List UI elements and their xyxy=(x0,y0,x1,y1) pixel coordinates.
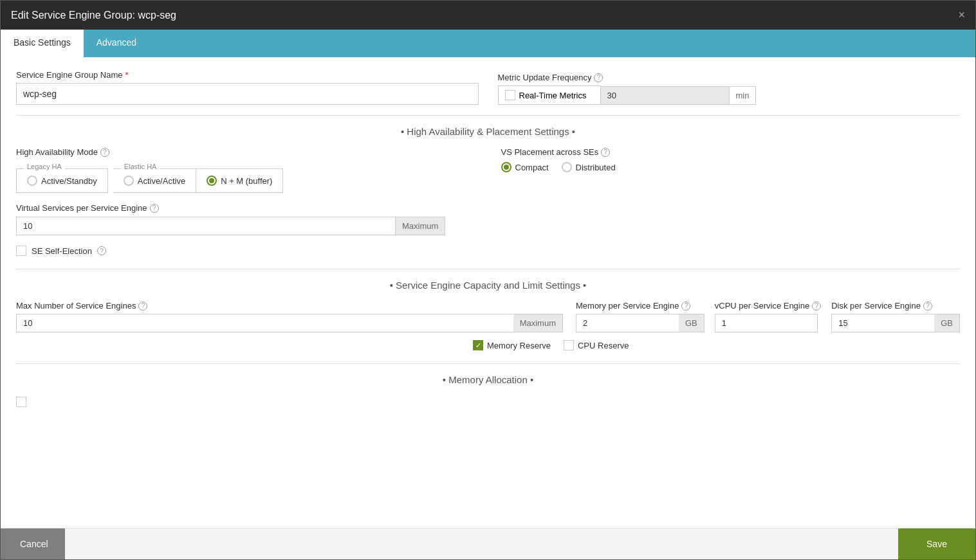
tab-bar: Basic Settings Advanced xyxy=(1,30,975,57)
real-time-metrics-checkbox[interactable] xyxy=(505,90,515,100)
elastic-ha-group: Elastic HA Active/Active N + M (buffer) xyxy=(113,168,284,193)
cancel-button[interactable]: Cancel xyxy=(1,528,65,559)
ha-mode-help-icon: ? xyxy=(100,148,109,157)
vcpu-per-se-group: vCPU per Service Engine ? xyxy=(715,301,821,332)
modal-header: Edit Service Engine Group: wcp-seg × xyxy=(1,1,975,30)
memory-reserve-row: Memory Reserve xyxy=(473,340,551,350)
memory-per-se-input-group: GB xyxy=(576,314,704,332)
reserve-checkboxes: Memory Reserve CPU Reserve xyxy=(473,340,960,350)
vs-per-se-suffix: Maximum xyxy=(396,217,445,235)
vs-per-se-label: Virtual Services per Service Engine ? xyxy=(16,203,960,213)
ha-section: High Availability Mode ? Legacy HA Activ… xyxy=(16,147,960,193)
n-plus-m-option[interactable]: N + M (buffer) xyxy=(196,169,282,192)
modal-body: Service Engine Group Name * Metric Updat… xyxy=(1,57,975,528)
vcpu-per-se-help-icon: ? xyxy=(812,302,821,311)
vs-placement-label: VS Placement across SEs ? xyxy=(501,147,961,157)
metric-frequency-value: 30 xyxy=(601,86,730,105)
memory-alloc-checkbox[interactable] xyxy=(16,397,26,407)
metric-frequency-label: Metric Update Frequency ? xyxy=(498,73,961,82)
divider-3 xyxy=(16,363,960,364)
disk-per-se-help-icon: ? xyxy=(923,302,932,311)
name-metrics-row: Service Engine Group Name * Metric Updat… xyxy=(16,70,960,105)
n-plus-m-radio[interactable] xyxy=(207,176,217,186)
max-ses-help-icon: ? xyxy=(138,302,147,311)
distributed-option[interactable]: Distributed xyxy=(562,162,616,172)
seg-name-input[interactable] xyxy=(16,83,479,105)
se-self-election-help-icon: ? xyxy=(97,246,106,255)
save-button[interactable]: Save xyxy=(898,528,975,559)
max-ses-input-group: Maximum xyxy=(16,314,563,332)
seg-name-group: Service Engine Group Name * xyxy=(16,70,479,105)
ha-mode-label: High Availability Mode ? xyxy=(16,147,475,157)
memory-per-se-help-icon: ? xyxy=(681,302,690,311)
max-ses-suffix: Maximum xyxy=(513,314,563,332)
vs-placement-section: VS Placement across SEs ? Compact Distri… xyxy=(501,147,961,172)
metric-frequency-group: Metric Update Frequency ? Real-Time Metr… xyxy=(498,73,961,105)
memory-allocation-title: • Memory Allocation • xyxy=(16,374,960,385)
active-standby-option[interactable]: Active/Standby xyxy=(17,169,107,192)
se-self-election-checkbox[interactable] xyxy=(16,246,26,256)
active-active-radio[interactable] xyxy=(124,176,134,186)
cpu-reserve-checkbox[interactable] xyxy=(564,340,574,350)
memory-per-se-group: Memory per Service Engine ? GB xyxy=(576,301,704,332)
se-self-election-row: SE Self-Election ? xyxy=(16,246,960,256)
divider-1 xyxy=(16,115,960,116)
divider-2 xyxy=(16,269,960,269)
capacity-right-group: Memory per Service Engine ? GB vCPU per … xyxy=(576,301,960,332)
seg-name-label: Service Engine Group Name * xyxy=(16,70,479,80)
capacity-row: Max Number of Service Engines ? Maximum … xyxy=(16,301,960,332)
cpu-reserve-row: CPU Reserve xyxy=(564,340,629,350)
elastic-ha-options: Active/Active N + M (buffer) xyxy=(113,168,284,193)
memory-per-se-unit: GB xyxy=(679,314,704,332)
compact-option[interactable]: Compact xyxy=(501,162,549,172)
ha-section-title: • High Availability & Placement Settings… xyxy=(16,126,960,137)
memory-per-se-input[interactable] xyxy=(576,314,679,332)
modal-container: Edit Service Engine Group: wcp-seg × Bas… xyxy=(0,0,976,560)
metric-frequency-unit: min xyxy=(730,86,757,105)
metrics-row: Real-Time Metrics 30 min xyxy=(498,86,961,105)
disk-per-se-unit: GB xyxy=(934,314,960,332)
memory-allocation-partial xyxy=(16,395,960,408)
distributed-radio[interactable] xyxy=(562,162,572,172)
ha-mode-section: High Availability Mode ? Legacy HA Activ… xyxy=(16,147,475,193)
vs-placement-help-icon: ? xyxy=(601,148,610,157)
max-ses-group: Max Number of Service Engines ? Maximum xyxy=(16,301,563,332)
tab-advanced[interactable]: Advanced xyxy=(84,30,149,57)
max-ses-input[interactable] xyxy=(16,314,513,332)
legacy-ha-group: Legacy HA Active/Standby xyxy=(16,168,108,193)
disk-per-se-input-group: GB xyxy=(831,314,960,332)
max-ses-label: Max Number of Service Engines ? xyxy=(16,301,563,311)
active-active-option[interactable]: Active/Active xyxy=(113,169,196,192)
required-indicator: * xyxy=(125,70,128,80)
compact-radio[interactable] xyxy=(501,162,511,172)
ha-groups-wrapper: Legacy HA Active/Standby Elastic HA xyxy=(16,168,475,193)
real-time-metrics-checkbox-area[interactable]: Real-Time Metrics xyxy=(498,86,601,105)
active-standby-radio[interactable] xyxy=(27,176,37,186)
modal-title: Edit Service Engine Group: wcp-seg xyxy=(11,10,176,21)
memory-reserve-checkbox[interactable] xyxy=(473,340,483,350)
vs-per-se-input[interactable] xyxy=(16,217,396,235)
elastic-ha-label: Elastic HA xyxy=(121,163,160,170)
legacy-ha-options: Active/Standby xyxy=(16,168,108,193)
legacy-ha-label: Legacy HA xyxy=(24,163,65,170)
vcpu-per-se-label: vCPU per Service Engine ? xyxy=(715,301,821,311)
vs-per-se-help-icon: ? xyxy=(150,204,159,213)
vs-per-se-input-row: Maximum xyxy=(16,217,960,235)
vs-per-se-section: Virtual Services per Service Engine ? Ma… xyxy=(16,203,960,235)
disk-per-se-label: Disk per Service Engine ? xyxy=(831,301,960,311)
vcpu-per-se-input[interactable] xyxy=(715,314,818,332)
metric-frequency-help-icon: ? xyxy=(594,73,603,82)
tab-basic-settings[interactable]: Basic Settings xyxy=(1,30,84,57)
close-button[interactable]: × xyxy=(958,8,965,22)
disk-per-se-input[interactable] xyxy=(831,314,934,332)
modal-footer: Cancel Save xyxy=(1,528,975,559)
disk-per-se-group: Disk per Service Engine ? GB xyxy=(831,301,960,332)
vs-placement-options: Compact Distributed xyxy=(501,162,961,172)
memory-per-se-label: Memory per Service Engine ? xyxy=(576,301,704,311)
capacity-section-title: • Service Engine Capacity and Limit Sett… xyxy=(16,280,960,291)
